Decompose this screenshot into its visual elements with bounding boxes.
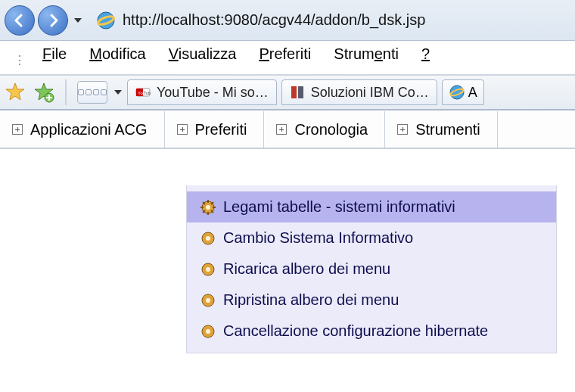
dropdown-item-ricarica[interactable]: Ricarica albero dei menu xyxy=(187,254,556,285)
url-text: http://localhost:9080/acgv44/addon/b_dsk… xyxy=(123,11,425,29)
dropdown-item-cancellazione[interactable]: Cancellazione configurazione hibernate xyxy=(187,316,556,347)
dropdown-item-legami-label: Legami tabelle - sistemi informativi xyxy=(223,198,455,216)
tab-youtube[interactable]: YouTube YouTube - Mi so… xyxy=(127,79,277,105)
tab-youtube-label: YouTube - Mi so… xyxy=(157,85,269,101)
app-tab-applicazioni-label: Applicazioni ACG xyxy=(30,121,148,138)
svg-point-12 xyxy=(206,205,210,210)
dropdown-item-ripristina-label: Ripristina albero dei menu xyxy=(223,291,399,309)
browser-menubar: ⋮ File Modifica Visualizza Preferiti Str… xyxy=(0,41,575,76)
tab-current[interactable]: A xyxy=(442,79,484,105)
favorites-star-icon[interactable] xyxy=(5,82,26,103)
menu-help[interactable]: ? xyxy=(421,45,430,63)
nav-history-dropdown[interactable] xyxy=(73,15,83,26)
app-tab-strumenti-label: Strumenti xyxy=(415,121,480,138)
svg-point-26 xyxy=(206,298,210,303)
menu-file[interactable]: File xyxy=(42,45,67,63)
toolbar-separator xyxy=(65,79,67,105)
address-bar[interactable]: http://localhost:9080/acgv44/addon/b_dsk… xyxy=(95,10,570,31)
app-tab-cronologia[interactable]: Cronologia xyxy=(264,111,385,148)
menu-visualizza[interactable]: Visualizza xyxy=(169,45,237,63)
svg-rect-7 xyxy=(291,86,297,98)
menu-strumenti[interactable]: Strumenti xyxy=(334,45,399,63)
forward-button[interactable] xyxy=(38,5,68,36)
tab-current-label: A xyxy=(468,85,477,101)
menu-modifica[interactable]: Modifica xyxy=(89,45,145,63)
dropdown-item-cambio-label: Cambio Sistema Informativo xyxy=(223,229,413,247)
gear-icon xyxy=(200,262,216,277)
app-tab-preferiti-label: Preferiti xyxy=(195,121,247,138)
gear-icon xyxy=(200,231,216,246)
dropdown-item-cancellazione-label: Cancellazione configurazione hibernate xyxy=(223,322,488,340)
menubar-grip-icon: ⋮ xyxy=(14,53,27,67)
dropdown-item-ripristina[interactable]: Ripristina albero dei menu xyxy=(187,285,556,316)
app-tab-cronologia-label: Cronologia xyxy=(294,121,368,138)
app-content: Applicazioni ACG Preferiti Cronologia St… xyxy=(0,110,575,149)
tab-ibm-label: Soluzioni IBM Co… xyxy=(311,85,429,101)
dropdown-item-ricarica-label: Ricarica albero dei menu xyxy=(223,260,390,278)
youtube-icon: YouTube xyxy=(135,85,151,100)
menu-preferiti[interactable]: Preferiti xyxy=(259,45,311,63)
expand-icon xyxy=(12,124,23,135)
browser-navbar: http://localhost:9080/acgv44/addon/b_dsk… xyxy=(0,0,575,41)
ie-icon xyxy=(95,10,117,31)
tab-ibm[interactable]: Soluzioni IBM Co… xyxy=(281,79,437,105)
browser-tabbar: YouTube YouTube - Mi so… Soluzioni IBM C… xyxy=(0,76,575,110)
expand-icon xyxy=(177,124,188,135)
gear-icon xyxy=(200,200,216,215)
add-favorite-icon[interactable] xyxy=(33,82,54,103)
expand-icon xyxy=(276,124,287,135)
gear-icon xyxy=(200,324,216,339)
dropdown-item-legami[interactable]: Legami tabelle - sistemi informativi xyxy=(187,191,556,222)
app-tab-applicazioni[interactable]: Applicazioni ACG xyxy=(0,111,165,148)
quick-tabs-button[interactable] xyxy=(77,81,107,104)
svg-rect-8 xyxy=(298,86,303,98)
svg-text:Tube: Tube xyxy=(144,91,151,95)
ibm-favicon xyxy=(290,85,305,100)
app-tab-preferiti[interactable]: Preferiti xyxy=(165,111,265,148)
back-button[interactable] xyxy=(5,5,35,36)
preferiti-dropdown: Legami tabelle - sistemi informativi Cam… xyxy=(186,185,557,353)
svg-point-28 xyxy=(206,329,210,334)
svg-point-24 xyxy=(206,267,210,272)
dropdown-item-cambio[interactable]: Cambio Sistema Informativo xyxy=(187,222,556,254)
app-tab-strip: Applicazioni ACG Preferiti Cronologia St… xyxy=(0,111,575,149)
ie-icon-small xyxy=(449,84,465,101)
quick-tabs-caret-icon[interactable] xyxy=(113,88,123,97)
svg-point-22 xyxy=(206,236,210,241)
expand-icon xyxy=(397,124,408,135)
app-tab-strumenti[interactable]: Strumenti xyxy=(385,111,498,148)
gear-icon xyxy=(200,293,216,308)
